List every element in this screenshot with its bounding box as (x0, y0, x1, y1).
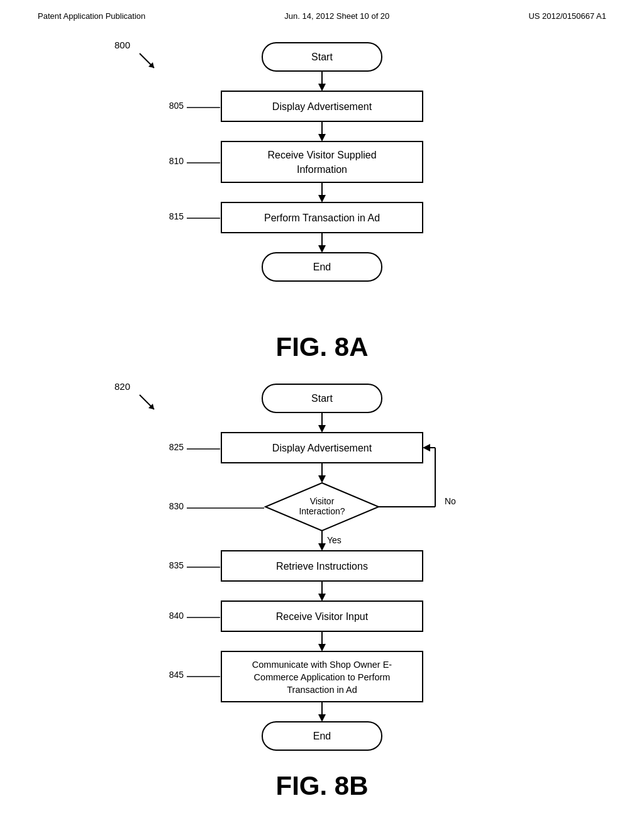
svg-text:Yes: Yes (327, 535, 341, 545)
svg-text:Receive Visitor Supplied: Receive Visitor Supplied (267, 150, 376, 160)
svg-marker-63 (318, 644, 326, 651)
flowchart-8b: Start Display Advertisement 825 Visitor … (102, 375, 542, 790)
svg-marker-5 (318, 84, 326, 91)
svg-text:815: 815 (169, 211, 184, 221)
svg-text:Display Advertisement: Display Advertisement (272, 101, 372, 112)
svg-text:No: No (445, 496, 456, 506)
arrow-820 (138, 394, 157, 412)
arrow-800 (138, 52, 157, 71)
svg-text:835: 835 (169, 560, 184, 570)
svg-marker-50 (318, 543, 326, 551)
svg-text:Start: Start (311, 393, 333, 404)
header-left: Patent Application Publication (38, 11, 145, 21)
label-800: 800 (114, 40, 130, 50)
svg-marker-32 (318, 425, 326, 433)
svg-text:Receive Visitor Input: Receive Visitor Input (276, 611, 369, 622)
svg-marker-18 (318, 195, 326, 202)
fig-8a-title: FIG. 8A (102, 332, 542, 362)
svg-marker-38 (318, 475, 326, 483)
header-right: US 2012/0150667 A1 (528, 11, 606, 21)
svg-text:825: 825 (169, 442, 184, 452)
svg-text:845: 845 (169, 670, 184, 680)
fig-8b-title: FIG. 8B (102, 771, 542, 801)
svg-text:Communicate with Shop Owner E-: Communicate with Shop Owner E- (252, 660, 392, 670)
svg-marker-11 (318, 134, 326, 141)
svg-text:Commerce Application to Perfor: Commerce Application to Perform (254, 672, 391, 682)
svg-text:Perform Transaction in Ad: Perform Transaction in Ad (264, 213, 380, 223)
svg-marker-57 (318, 594, 326, 601)
page-header: Patent Application Publication Jun. 14, … (0, 0, 644, 27)
svg-rect-12 (221, 141, 423, 182)
header-middle: Jun. 14, 2012 Sheet 10 of 20 (284, 11, 389, 21)
svg-text:End: End (313, 731, 331, 741)
svg-text:810: 810 (169, 156, 184, 166)
flowchart-8a: Start Display Advertisement 805 Receive … (102, 33, 542, 341)
svg-text:Information: Information (297, 164, 347, 175)
label-820: 820 (114, 381, 130, 392)
svg-marker-71 (318, 714, 326, 722)
svg-text:End: End (313, 262, 331, 272)
svg-text:Transaction in Ad: Transaction in Ad (287, 685, 357, 695)
svg-text:Interaction?: Interaction? (299, 506, 345, 516)
svg-marker-47 (423, 444, 430, 451)
svg-text:Visitor: Visitor (310, 496, 335, 506)
svg-text:840: 840 (169, 611, 184, 621)
svg-text:830: 830 (169, 501, 184, 511)
svg-text:Display Advertisement: Display Advertisement (272, 443, 372, 453)
svg-marker-24 (318, 245, 326, 253)
svg-text:Start: Start (311, 52, 333, 62)
svg-text:805: 805 (169, 101, 184, 111)
svg-text:Retrieve Instructions: Retrieve Instructions (276, 561, 368, 572)
